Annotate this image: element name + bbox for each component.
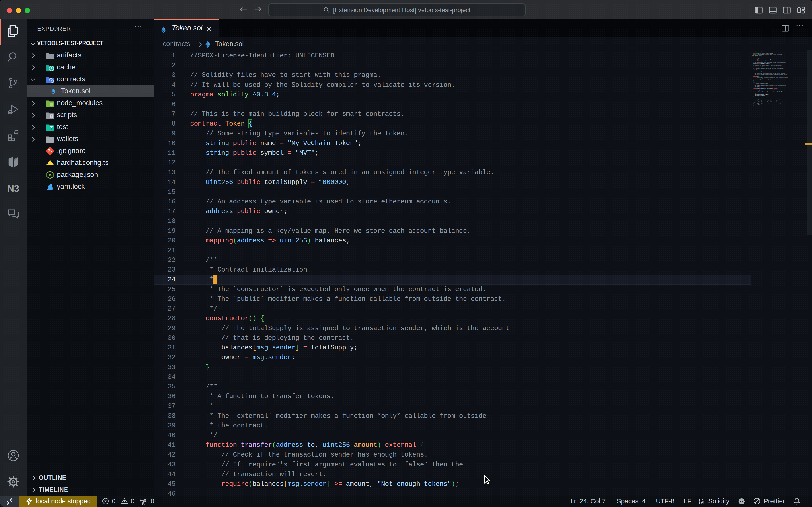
svg-text:JS: JS — [48, 173, 52, 177]
